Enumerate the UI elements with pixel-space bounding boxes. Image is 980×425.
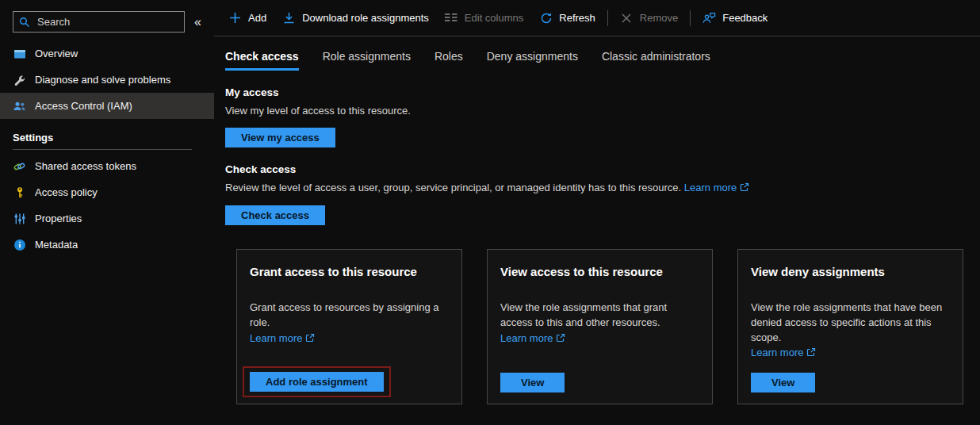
sidebar-nav: Overview Diagnose and solve problems Acc…	[0, 40, 214, 119]
sidebar-item-access-policy[interactable]: Access policy	[0, 179, 214, 205]
refresh-button[interactable]: Refresh	[531, 0, 603, 36]
card-link-row: Learn more	[500, 332, 699, 345]
card-title: View deny assignments	[751, 265, 950, 278]
sliders-icon	[13, 212, 26, 225]
remove-button[interactable]: Remove	[612, 0, 686, 36]
remove-icon	[620, 11, 634, 25]
card-link-row: Learn more	[751, 347, 950, 359]
tab-content: My access View my level of access to thi…	[214, 71, 980, 404]
view-my-access-button[interactable]: View my access	[225, 128, 335, 147]
link-icon	[13, 159, 26, 173]
sidebar: « Overview Diagnose and solve problems A…	[0, 0, 214, 425]
search-icon	[19, 17, 30, 28]
sidebar-item-access-control-iam[interactable]: Access Control (IAM)	[0, 93, 214, 119]
sidebar-item-diagnose[interactable]: Diagnose and solve problems	[0, 67, 214, 93]
view-access-card: View access to this resource View the ro…	[487, 249, 713, 404]
view-deny-learn-more-link[interactable]: Learn more	[751, 347, 803, 358]
check-access-description-text: Review the level of access a user, group…	[225, 182, 681, 193]
plus-icon	[228, 11, 242, 25]
feedback-button[interactable]: Feedback	[695, 0, 775, 36]
sidebar-search-row: «	[0, 11, 214, 33]
toolbar-label: Remove	[640, 12, 678, 24]
check-access-learn-more-link[interactable]: Learn more	[684, 182, 737, 193]
card-actions: View	[751, 373, 950, 392]
tab-check-access[interactable]: Check access	[225, 50, 299, 71]
external-link-icon	[305, 333, 315, 345]
download-role-assignments-button[interactable]: Download role assignments	[274, 0, 437, 36]
card-title: View access to this resource	[500, 265, 699, 278]
sidebar-divider	[13, 149, 192, 150]
check-access-description: Review the level of access a user, group…	[225, 181, 980, 196]
cards-row: Grant access to this resource Grant acce…	[236, 249, 980, 404]
toolbar-label: Download role assignments	[302, 12, 429, 24]
key-icon	[13, 186, 26, 199]
my-access-title: My access	[225, 86, 980, 98]
tab-bar: Check access Role assignments Roles Deny…	[214, 36, 980, 71]
card-title: Grant access to this resource	[250, 265, 449, 278]
sidebar-item-shared-access-tokens[interactable]: Shared access tokens	[0, 153, 214, 179]
grant-access-learn-more-link[interactable]: Learn more	[250, 332, 302, 344]
external-link-icon	[740, 182, 749, 196]
check-access-button[interactable]: Check access	[225, 205, 325, 225]
refresh-icon	[539, 11, 553, 25]
toolbar-label: Add	[248, 12, 266, 24]
grant-access-card: Grant access to this resource Grant acce…	[236, 249, 462, 404]
sidebar-settings-heading: Settings	[0, 119, 214, 149]
view-deny-view-button[interactable]: View	[751, 373, 815, 392]
sidebar-item-properties[interactable]: Properties	[0, 205, 214, 232]
tab-classic-administrators[interactable]: Classic administrators	[602, 50, 710, 71]
sidebar-collapse-button[interactable]: «	[189, 14, 206, 30]
card-link-row: Learn more	[250, 332, 449, 345]
toolbar-label: Feedback	[722, 12, 768, 24]
external-link-icon	[806, 347, 816, 359]
tab-roles[interactable]: Roles	[434, 50, 463, 71]
command-bar: Add Download role assignments Edit colum…	[214, 0, 980, 36]
sidebar-item-label: Access Control (IAM)	[35, 100, 132, 112]
tab-deny-assignments[interactable]: Deny assignments	[487, 50, 578, 71]
sidebar-settings-nav: Shared access tokens Access policy Prope…	[0, 153, 214, 258]
toolbar-label: Refresh	[559, 12, 595, 24]
toolbar-label: Edit columns	[465, 12, 523, 24]
search-box[interactable]	[13, 11, 185, 33]
card-actions: View	[500, 373, 699, 392]
edit-columns-icon	[445, 11, 458, 25]
view-access-learn-more-link[interactable]: Learn more	[500, 332, 553, 344]
sidebar-item-label: Shared access tokens	[35, 160, 136, 172]
sidebar-item-label: Access policy	[35, 186, 98, 198]
wrench-icon	[13, 73, 26, 86]
sidebar-item-label: Properties	[35, 212, 82, 224]
info-icon	[13, 238, 26, 251]
add-button[interactable]: Add	[220, 0, 274, 36]
my-access-description: View my level of access to this resource…	[225, 104, 980, 118]
sidebar-item-label: Metadata	[35, 239, 78, 251]
view-deny-assignments-card: View deny assignments View the role assi…	[737, 249, 963, 404]
overview-icon	[13, 47, 26, 60]
sidebar-item-label: Overview	[35, 48, 78, 59]
sidebar-item-overview[interactable]: Overview	[0, 40, 214, 67]
view-access-view-button[interactable]: View	[500, 373, 565, 392]
search-input[interactable]	[36, 15, 178, 29]
toolbar-separator	[690, 10, 691, 26]
card-description: Grant access to resources by assigning a…	[250, 301, 449, 330]
access-control-iam-page: « Overview Diagnose and solve problems A…	[0, 0, 980, 425]
card-description: View the role assignments that grant acc…	[500, 301, 699, 330]
toolbar-separator	[607, 10, 608, 26]
check-access-title: Check access	[225, 163, 980, 175]
sidebar-item-label: Diagnose and solve problems	[35, 74, 170, 86]
edit-columns-button[interactable]: Edit columns	[437, 0, 531, 36]
feedback-icon	[702, 11, 716, 25]
add-role-assignment-button[interactable]: Add role assignment	[250, 372, 384, 392]
external-link-icon	[556, 333, 565, 345]
access-control-icon	[13, 99, 26, 113]
red-highlight-box: Add role assignment	[243, 366, 391, 397]
card-description: View the role assignments that have been…	[751, 301, 950, 345]
card-actions: Add role assignment	[250, 366, 449, 392]
sidebar-item-metadata[interactable]: Metadata	[0, 232, 214, 258]
main-content: Add Download role assignments Edit colum…	[214, 0, 980, 425]
tab-role-assignments[interactable]: Role assignments	[323, 50, 411, 71]
download-icon	[282, 11, 296, 25]
